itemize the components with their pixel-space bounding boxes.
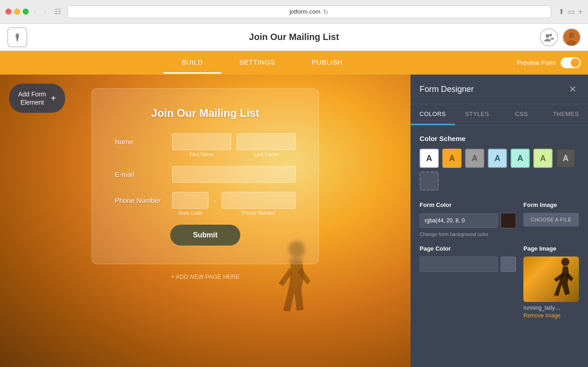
traffic-lights	[5, 9, 29, 15]
add-tab-button[interactable]: +	[578, 8, 583, 16]
nav-tabs: BUILD SETTINGS PUBLISH	[7, 52, 517, 74]
preview-toggle[interactable]	[561, 57, 581, 68]
form-color-input[interactable]	[420, 213, 498, 228]
address-bar[interactable]: jotform.com ↻	[67, 5, 551, 18]
svg-point-2	[549, 34, 552, 36]
swatch-yellow-green[interactable]: A	[533, 149, 553, 168]
preview-label: Preview Form	[517, 59, 556, 66]
add-form-plus-icon: +	[51, 93, 56, 104]
fullscreen-traffic-light[interactable]	[23, 9, 29, 15]
color-scheme-title: Color Scheme	[420, 135, 579, 142]
page-image-preview	[523, 256, 579, 302]
field-label-email: E-mail	[115, 166, 165, 178]
browser-actions: ⬆ ▭ +	[558, 7, 583, 16]
form-color-row: Form Color Change form background color …	[420, 201, 579, 238]
group-icon[interactable]	[540, 28, 558, 46]
close-traffic-light[interactable]	[5, 9, 11, 15]
swatch-gray[interactable]: A	[465, 149, 484, 168]
area-code-wrap: Area Code	[172, 192, 208, 216]
app-title: Join Our Mailing List	[249, 32, 339, 42]
first-name-sublabel: First Name	[172, 151, 231, 157]
form-image-col: Form Image CHOOSE A FILE	[523, 201, 579, 238]
add-form-label: Add FormElement	[18, 90, 46, 106]
swatch-teal[interactable]: A	[511, 149, 530, 168]
designer-tabs: COLORS STYLES CSS THEMES	[411, 104, 588, 126]
panel-header: Form Designer ✕	[411, 75, 588, 104]
user-avatar[interactable]	[563, 28, 581, 46]
svg-point-7	[561, 258, 569, 266]
email-input[interactable]	[172, 166, 296, 183]
last-name-wrap: Last Name	[237, 133, 296, 157]
refresh-button[interactable]: ↻	[323, 8, 329, 15]
swatch-dark[interactable]: A	[556, 149, 575, 168]
form-designer-panel: Form Designer ✕ COLORS STYLES CSS THEMES…	[411, 75, 588, 367]
area-code-sublabel: Area Code	[172, 210, 208, 216]
page-color-input[interactable]	[420, 256, 498, 272]
phone-number-sublabel: Phone Number	[222, 210, 296, 216]
svg-point-4	[569, 32, 575, 38]
tab-colors[interactable]: COLORS	[411, 104, 455, 125]
area-code-input[interactable]	[172, 192, 208, 209]
page-color-title: Page Color	[420, 245, 516, 252]
tab-settings[interactable]: SETTINGS	[221, 52, 294, 74]
form-color-input-row	[420, 213, 516, 228]
share-button[interactable]: ⬆	[558, 7, 564, 16]
forward-button[interactable]: ›	[42, 7, 48, 17]
tab-publish[interactable]: PUBLISH	[294, 52, 361, 74]
page-color-input-row	[420, 256, 516, 272]
tab-build[interactable]: BUILD	[163, 52, 221, 74]
page-image-info: running_lady.... Remove Image	[523, 305, 579, 319]
remove-image-button[interactable]: Remove Image	[523, 312, 560, 319]
url-text: jotform.com	[289, 8, 320, 15]
minimize-traffic-light[interactable]	[14, 9, 20, 15]
last-name-input[interactable]	[237, 133, 296, 150]
add-page-text[interactable]: + ADD NEW PAGE HERE	[171, 273, 239, 280]
tab-css[interactable]: CSS	[499, 104, 544, 125]
swatch-blue[interactable]: A	[488, 149, 507, 168]
submit-button[interactable]: Submit	[170, 225, 240, 246]
new-tab-button[interactable]: ▭	[568, 7, 575, 16]
tab-themes[interactable]: THEMES	[544, 104, 588, 125]
last-name-sublabel: Last Name	[237, 151, 296, 157]
phone-number-input[interactable]	[222, 192, 296, 209]
form-canvas: Add FormElement + Join Our Mailing List …	[0, 75, 411, 367]
choose-file-button[interactable]: CHOOSE A FILE	[523, 213, 579, 226]
app-logo	[7, 27, 27, 47]
app-header: Join Our Mailing List	[0, 24, 588, 51]
page-color-col: Page Color	[420, 245, 516, 319]
form-color-swatch[interactable]	[501, 213, 516, 228]
form-image-title: Form Image	[523, 201, 579, 208]
page-color-swatch[interactable]	[501, 256, 516, 272]
form-field-phone: Phone Number Area Code - Phone Number	[115, 192, 296, 216]
svg-point-1	[546, 34, 549, 38]
form-field-email: E-mail	[115, 166, 296, 183]
panel-title: Form Designer	[420, 85, 474, 94]
field-label-name: Name	[115, 133, 165, 146]
first-name-input[interactable]	[172, 133, 231, 150]
sidebar-toggle-button[interactable]: ☷	[52, 6, 64, 17]
form-color-helper: Change form background color	[420, 231, 516, 238]
form-color-col: Form Color Change form background color	[420, 201, 516, 238]
form-card-title: Join Our Mailing List	[115, 107, 296, 120]
page-image-canvas	[523, 256, 579, 302]
page-image-title: Page Image	[523, 245, 579, 252]
first-name-wrap: First Name	[172, 133, 231, 157]
field-label-phone: Phone Number	[115, 192, 165, 204]
page-color-row: Page Color Page Image	[420, 245, 579, 319]
preview-section: Preview Form	[517, 57, 581, 68]
color-scheme-grid: A A A A A A A	[420, 149, 579, 191]
tab-styles[interactable]: STYLES	[455, 104, 500, 125]
panel-close-button[interactable]: ✕	[566, 83, 579, 96]
phone-dash: -	[214, 192, 216, 205]
swatch-white[interactable]: A	[420, 149, 439, 168]
swatch-orange[interactable]: A	[442, 149, 461, 168]
add-form-element-button[interactable]: Add FormElement +	[9, 84, 65, 113]
main-content: Add FormElement + Join Our Mailing List …	[0, 75, 588, 367]
phone-number-wrap: Phone Number	[222, 192, 296, 216]
page-image-col: Page Image runni	[523, 245, 579, 319]
form-card: Join Our Mailing List Name First Name La…	[91, 88, 319, 264]
form-field-name: Name First Name Last Name	[115, 133, 296, 157]
swatch-custom[interactable]	[420, 171, 439, 191]
back-button[interactable]: ‹	[32, 7, 38, 17]
page-image-filename: running_lady....	[523, 305, 579, 311]
